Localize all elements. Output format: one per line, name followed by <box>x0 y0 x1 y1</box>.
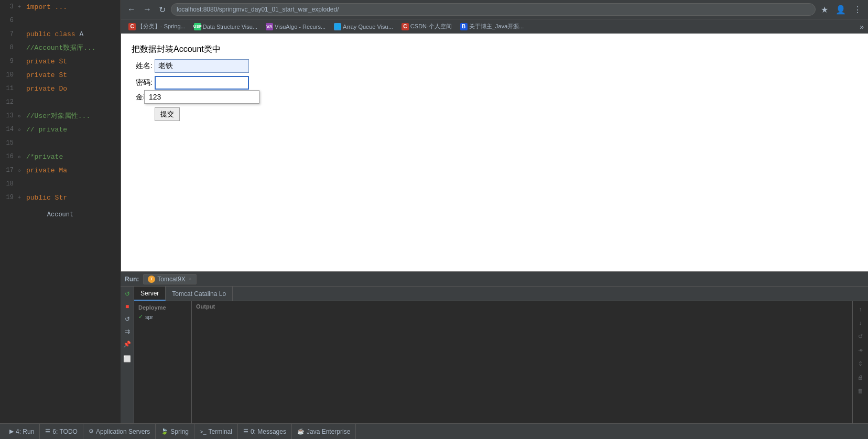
scroll-up-button[interactable]: ↑ <box>855 303 866 315</box>
tomcat-icon: T <box>148 276 155 283</box>
run-deploy-button[interactable]: ⇉ <box>122 326 133 337</box>
bookmark-favicon-usf: USF <box>194 23 201 30</box>
run-update-button[interactable]: ⬜ <box>122 354 133 364</box>
run-icon: ▶ <box>9 428 14 435</box>
bookmark-csdn[interactable]: C CSDN-个人空间 <box>398 21 455 31</box>
java-icon: ☕ <box>297 428 305 435</box>
forward-output-button[interactable]: ↠ <box>855 344 866 356</box>
deployment-item[interactable]: ✓ spr <box>134 312 191 322</box>
print-button[interactable]: 🖨 <box>855 371 866 383</box>
code-text: /*private <box>26 153 63 161</box>
forward-button[interactable]: → <box>141 4 154 15</box>
run-stop-button[interactable]: ■ <box>122 301 133 312</box>
code-line-8: 8 //Account数据库... <box>0 41 121 54</box>
code-line-15: 15 <box>0 136 121 150</box>
code-line-14: 14 ◇ // private <box>0 123 121 136</box>
line-number: 6 <box>2 17 18 24</box>
bookmark-array-queue[interactable]: 🌐 Array Queue Visu... <box>331 22 396 31</box>
code-text: private St <box>26 58 67 65</box>
bookmark-spring[interactable]: C 【分类】- Spring... <box>125 21 189 31</box>
form-password-row: 密码: <box>132 76 249 90</box>
bookmarks-bar: C 【分类】- Spring... USF Data Structure Vis… <box>121 19 868 34</box>
address-bar[interactable]: localhost:8080/springmvc_day01_01_start_… <box>171 3 816 16</box>
clear-button[interactable]: 🗑 <box>855 385 866 397</box>
code-line-6: 6 <box>0 14 121 27</box>
code-editor: 3 + import ... 6 7 public class A 8 //Ac… <box>0 0 121 423</box>
status-tab-messages[interactable]: ☰ 0: Messages <box>238 424 292 439</box>
deployment-panel: Deployme ✓ spr <box>134 301 192 423</box>
line-number: 13 <box>2 112 18 119</box>
code-line-18: 18 <box>0 177 121 191</box>
line-number: 7 <box>2 30 18 38</box>
line-number: 12 <box>2 98 18 106</box>
code-line-13: 13 ◇ //User对象属性... <box>0 109 121 123</box>
status-tab-todo[interactable]: ☰ 6: TODO <box>40 424 83 439</box>
bookmark-visualgo[interactable]: VA VisuAlgo - Recurs... <box>263 22 329 31</box>
spring-icon: 🍃 <box>161 428 168 435</box>
status-tab-spring[interactable]: 🍃 Spring <box>156 424 194 439</box>
line-number: 8 <box>2 44 18 51</box>
code-text: //Account数据库... <box>26 43 96 52</box>
code-line-19: 19 + public Str <box>0 191 121 204</box>
status-bar: ▶ 4: Run ☰ 6: TODO ⚙ Application Servers… <box>0 423 868 439</box>
bookmark-favicon-csdn: C <box>402 23 409 30</box>
code-text: // private <box>26 126 67 134</box>
run-redeploy-button[interactable]: ↺ <box>122 314 133 324</box>
star-button[interactable]: ★ <box>819 4 830 16</box>
bookmark-favicon-va: VA <box>266 23 273 30</box>
run-restart-button[interactable]: ↺ <box>122 289 133 299</box>
code-line-3: 3 + import ... <box>0 0 121 14</box>
scroll-down-button[interactable]: ↓ <box>855 317 866 328</box>
form-title: 把数据封装Account类中 <box>132 44 249 55</box>
output-inner-toolbar: ↑ ↓ ↺ ↠ ⇕ 🖨 🗑 <box>852 301 868 423</box>
run-pin-button[interactable]: 📌 <box>122 339 133 349</box>
status-tab-java[interactable]: ☕ Java Enterprise <box>292 424 356 439</box>
line-icon-expand[interactable]: + <box>18 4 26 10</box>
run-tab-close-button[interactable]: × <box>189 276 192 282</box>
refresh-button[interactable]: ↻ <box>157 4 168 16</box>
tab-catalina[interactable]: Tomcat Catalina Lo <box>166 287 233 301</box>
tab-server[interactable]: Server <box>134 287 166 301</box>
status-tab-appservers[interactable]: ⚙ Application Servers <box>83 424 156 439</box>
back-button[interactable]: ← <box>125 4 138 15</box>
line-number: 3 <box>2 3 18 10</box>
form-name-row: 姓名: <box>132 59 249 73</box>
line-number: 15 <box>2 139 18 147</box>
toggle-button[interactable]: ⇕ <box>855 358 866 369</box>
form-submit-button[interactable]: 提交 <box>155 107 180 121</box>
line-number: 16 <box>2 153 18 160</box>
code-line-17: 17 ◇ private Ma <box>0 163 121 177</box>
run-tomcat-tab[interactable]: T Tomcat9X × <box>143 274 196 284</box>
bookmark-ds[interactable]: USF Data Structure Visu... <box>191 22 261 31</box>
appservers-icon: ⚙ <box>89 428 94 435</box>
code-line-7: 7 public class A <box>0 27 121 41</box>
output-panel: Output <box>192 301 852 423</box>
code-text: private Do <box>26 85 67 93</box>
todo-icon: ☰ <box>45 428 50 435</box>
line-number: 10 <box>2 71 18 79</box>
code-line-9: 9 private St <box>0 54 121 68</box>
messages-icon: ☰ <box>243 428 248 435</box>
bookmarks-more-button[interactable]: » <box>860 23 864 31</box>
autocomplete-dropdown: 123 <box>144 90 259 104</box>
line-number: 17 <box>2 167 18 174</box>
status-tab-run[interactable]: ▶ 4: Run <box>4 424 40 439</box>
output-header: Output <box>192 301 852 312</box>
code-line-10: 10 private St <box>0 68 121 82</box>
autocomplete-item[interactable]: 123 <box>145 91 259 103</box>
terminal-icon: >_ <box>200 429 207 435</box>
browser-content: 把数据封装Account类中 姓名: 密码: <box>121 34 868 271</box>
code-text: //User对象属性... <box>26 111 90 120</box>
more-button[interactable]: ⋮ <box>851 4 864 16</box>
form-password-input[interactable] <box>155 76 249 90</box>
run-tabs-bar: Server Tomcat Catalina Lo <box>134 287 868 301</box>
form-name-input[interactable] <box>155 59 249 73</box>
status-tab-terminal[interactable]: >_ Terminal <box>194 424 238 439</box>
code-line-11: 11 private Do <box>0 82 121 95</box>
form-container: 把数据封装Account类中 姓名: 密码: <box>132 44 249 124</box>
reload-button[interactable]: ↺ <box>855 331 866 342</box>
browser-toolbar: ← → ↻ localhost:8080/springmvc_day01_01_… <box>121 0 868 19</box>
output-content <box>192 312 852 423</box>
profile-button[interactable]: 👤 <box>833 4 848 16</box>
bookmark-java[interactable]: B 关于博主_Java开源... <box>457 21 527 31</box>
